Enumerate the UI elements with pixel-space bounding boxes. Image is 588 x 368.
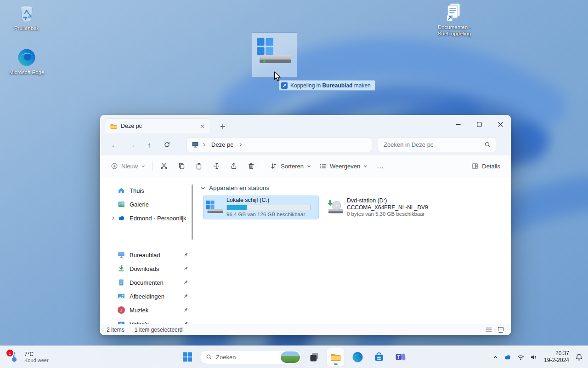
refresh-button[interactable]: [159, 137, 175, 152]
desktop-icon-edge[interactable]: Microsoft Edge: [7, 48, 46, 75]
window-controls: [447, 115, 511, 133]
expand-chevron-icon[interactable]: [111, 216, 118, 220]
details-pane-button[interactable]: Details: [467, 158, 504, 174]
taskbar: 1 7°C Koud weer Zoeken: [0, 345, 588, 368]
drag-tooltip: Koppeling in Bureaublad maken: [279, 80, 375, 91]
taskbar-search[interactable]: Zoeken: [200, 350, 302, 364]
folder-icon: [110, 122, 117, 130]
pin-icon[interactable]: [183, 266, 188, 271]
address-bar[interactable]: Deze pc: [187, 137, 372, 152]
edge-button[interactable]: [348, 348, 367, 366]
breadcrumb-chevron-icon: [202, 143, 206, 147]
sidebar-item-bureaublad[interactable]: Bureaublad: [101, 248, 193, 262]
desktop-icon-recycle-bin[interactable]: Prullenbak: [7, 4, 46, 31]
chevron-down-icon: [141, 164, 145, 168]
share-icon: [230, 162, 237, 170]
sidebar-item-videos[interactable]: Video's: [101, 317, 193, 324]
onedrive-cloud-icon: [118, 214, 125, 222]
desktop-icon-documents-shortcut[interactable]: Documenten - Snelkoppeling: [432, 3, 476, 37]
section-header-devices[interactable]: Apparaten en stations: [194, 184, 511, 191]
navigation-pane: Thuis Galerie: [100, 177, 194, 324]
clock[interactable]: 20:37 19-2-2024: [544, 350, 569, 364]
desktop-monitor-icon: [118, 251, 125, 259]
trash-icon: [248, 162, 255, 170]
copy-icon: [178, 162, 185, 170]
paste-button[interactable]: [190, 158, 208, 174]
dvd-drive-icon: [324, 200, 347, 215]
sidebar-scrollbar[interactable]: [192, 184, 193, 240]
details-pane-icon: [471, 162, 479, 170]
rename-button[interactable]: [208, 158, 225, 174]
sort-icon: [270, 162, 277, 170]
pictures-icon: [118, 293, 125, 300]
details-view-button[interactable]: [485, 326, 492, 334]
clock-time: 20:37: [544, 350, 569, 357]
new-button[interactable]: Nieuw: [107, 158, 149, 174]
desktop-icon-label: Documenten - Snelkoppeling: [432, 24, 476, 37]
sidebar-item-onedrive[interactable]: Edmond - Persoonlijk: [101, 211, 193, 225]
pin-icon[interactable]: [183, 280, 188, 285]
forward-button[interactable]: →: [124, 137, 140, 152]
copy-button[interactable]: [173, 158, 190, 174]
new-tab-button[interactable]: [217, 121, 229, 132]
bell-icon: [575, 353, 583, 361]
teams-button[interactable]: [391, 348, 410, 366]
pin-icon[interactable]: [183, 293, 188, 299]
file-explorer-button[interactable]: [327, 348, 345, 366]
refresh-icon: [164, 141, 170, 148]
rename-icon: [213, 162, 220, 170]
navigation-bar: ← → ↑ Deze pc: [100, 133, 511, 155]
more-options-button[interactable]: …: [372, 158, 389, 174]
drive-free-space: 96,4 GB van 126 GB beschikbaar: [226, 211, 311, 218]
notification-bell-button[interactable]: [573, 348, 585, 366]
maximize-button[interactable]: [469, 115, 490, 133]
sort-button[interactable]: Sorteren: [266, 158, 315, 174]
back-button[interactable]: ←: [107, 137, 122, 152]
tab-title: Deze pc: [121, 123, 193, 129]
drive-d-item[interactable]: Dvd-station (D:) CCCOMA_X64FRE_NL-NL_DV9…: [324, 196, 436, 219]
toolbar-divider: [152, 161, 153, 171]
search-icon[interactable]: [484, 141, 491, 148]
large-icons-view-button[interactable]: [497, 326, 504, 334]
sidebar-item-documenten[interactable]: Documenten: [101, 276, 193, 289]
drive-c-item[interactable]: Lokale schijf (C:) 96,4 GB van 126 GB be…: [203, 196, 319, 219]
create-link-icon: [281, 82, 288, 89]
cut-button[interactable]: [155, 158, 173, 174]
widgets-button[interactable]: 1 7°C Koud weer: [5, 346, 52, 368]
edge-icon: [17, 48, 36, 67]
breadcrumb-chevron-icon[interactable]: [238, 143, 243, 147]
tab-close-button[interactable]: [197, 121, 207, 131]
breadcrumb-deze-pc[interactable]: Deze pc: [209, 140, 235, 149]
toolbar-divider: [263, 161, 263, 171]
share-button[interactable]: [225, 158, 243, 174]
delete-button[interactable]: [243, 158, 260, 174]
search-label: Zoeken: [216, 354, 236, 361]
task-view-button[interactable]: [305, 348, 323, 366]
back-arrow-icon: ←: [111, 141, 118, 149]
tab-deze-pc[interactable]: Deze pc: [105, 118, 210, 133]
microsoft-store-button[interactable]: [370, 348, 388, 366]
sidebar-item-galerie[interactable]: Galerie: [101, 197, 193, 211]
minimize-button[interactable]: [447, 115, 469, 133]
sidebar-item-afbeeldingen[interactable]: Afbeeldingen: [101, 289, 193, 303]
chevron-down-icon: [363, 164, 368, 168]
capacity-bar: [226, 205, 311, 210]
volume-icon[interactable]: [528, 348, 540, 366]
start-button[interactable]: [178, 348, 197, 366]
search-input[interactable]: [383, 141, 484, 149]
onedrive-tray-icon[interactable]: [501, 348, 514, 366]
store-icon: [373, 351, 384, 362]
sidebar-item-thuis[interactable]: Thuis: [101, 184, 193, 197]
up-button[interactable]: ↑: [141, 137, 157, 152]
item-count: 2 items: [107, 327, 124, 333]
file-explorer-icon: [330, 351, 342, 363]
network-icon[interactable]: [514, 348, 527, 366]
pin-icon[interactable]: [183, 252, 188, 258]
show-hidden-icons-button[interactable]: [491, 348, 500, 366]
view-button[interactable]: Weergeven: [315, 158, 372, 174]
sidebar-item-muziek[interactable]: ♪ Muziek: [101, 303, 193, 317]
sidebar-item-downloads[interactable]: Downloads: [101, 262, 193, 276]
music-icon: ♪: [118, 306, 125, 314]
pin-icon[interactable]: [183, 307, 188, 313]
close-button[interactable]: [490, 115, 511, 133]
